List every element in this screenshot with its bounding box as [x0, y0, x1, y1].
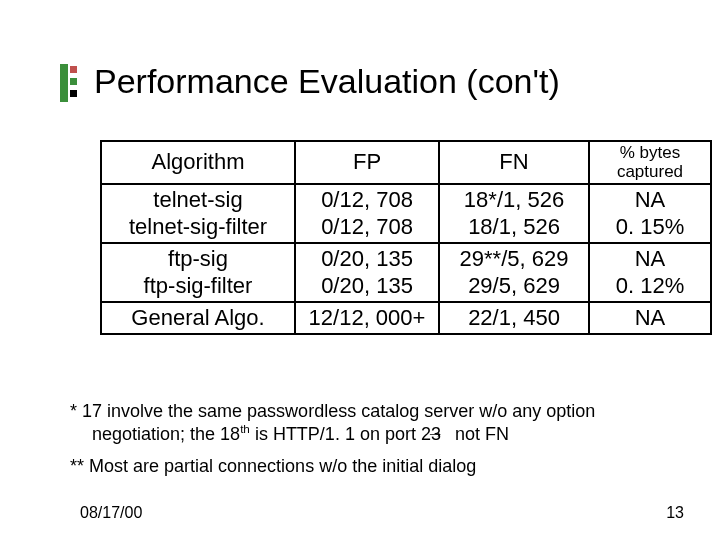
fp-value: 0/20, 135: [321, 273, 413, 298]
fp-value: 0/20, 135: [321, 246, 413, 271]
pct-value: NA: [635, 246, 666, 271]
cell-pct: NA: [589, 302, 711, 334]
results-table: Algorithm FP FN % bytes captured telnet-…: [100, 140, 712, 335]
footnote-sup: th: [240, 422, 250, 435]
cell-pct: NA 0. 12%: [589, 243, 711, 302]
footer-date: 08/17/00: [80, 504, 142, 522]
fn-value: 18/1, 526: [468, 214, 560, 239]
pct-value: 0. 12%: [616, 273, 685, 298]
pct-value: 0. 15%: [616, 214, 685, 239]
cell-fp: 0/12, 708 0/12, 708: [295, 184, 439, 243]
page-title: Performance Evaluation (con't): [94, 62, 660, 101]
table-row: General Algo. 12/12, 000+ 22/1, 450 NA: [101, 302, 711, 334]
fn-value: 29/5, 629: [468, 273, 560, 298]
cell-algo: ftp-sig ftp-sig-filter: [101, 243, 295, 302]
algo-name: telnet-sig-filter: [129, 214, 267, 239]
title-block: Performance Evaluation (con't): [60, 62, 660, 101]
slide: Performance Evaluation (con't) Algorithm…: [0, 0, 720, 540]
cell-fn: 29**/5, 629 29/5, 629: [439, 243, 589, 302]
footnote-text: not FN: [450, 424, 509, 444]
col-header-fp: FP: [295, 141, 439, 184]
cell-pct: NA 0. 15%: [589, 184, 711, 243]
algo-name: telnet-sig: [153, 187, 242, 212]
fn-value: 18*/1, 526: [464, 187, 564, 212]
table-header-row: Algorithm FP FN % bytes captured: [101, 141, 711, 184]
fn-value: 29**/5, 629: [460, 246, 569, 271]
cell-algo: General Algo.: [101, 302, 295, 334]
footnote-text: is HTTP/1. 1 on port 23: [250, 424, 446, 444]
cell-fn: 22/1, 450: [439, 302, 589, 334]
fp-value: 0/12, 708: [321, 187, 413, 212]
pct-value: NA: [635, 187, 666, 212]
algo-name: ftp-sig: [168, 246, 228, 271]
footnotes: * 17 involve the same passwordless catal…: [70, 400, 670, 478]
cell-fp: 0/20, 135 0/20, 135: [295, 243, 439, 302]
cell-fn: 18*/1, 526 18/1, 526: [439, 184, 589, 243]
algo-name: ftp-sig-filter: [144, 273, 253, 298]
col-header-algorithm: Algorithm: [101, 141, 295, 184]
footnote-2: ** Most are partial connections w/o the …: [70, 455, 670, 478]
fp-value: 0/12, 708: [321, 214, 413, 239]
col-header-pct: % bytes captured: [589, 141, 711, 184]
cell-algo: telnet-sig telnet-sig-filter: [101, 184, 295, 243]
col-header-fn: FN: [439, 141, 589, 184]
footer-page-number: 13: [666, 504, 684, 522]
accent-icon: [60, 64, 84, 102]
cell-fp: 12/12, 000+: [295, 302, 439, 334]
footnote-1: * 17 involve the same passwordless catal…: [70, 400, 670, 445]
